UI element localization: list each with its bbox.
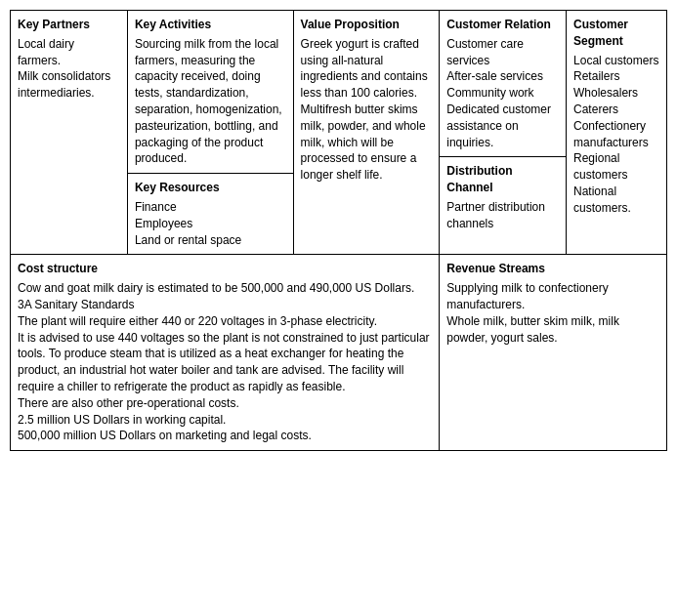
key-resources-content: FinanceEmployeesLand or rental space [135, 200, 241, 247]
customer-relation-top: Customer Relation Customer care services… [440, 11, 566, 157]
cost-structure-content: Cow and goat milk dairy is estimated to … [18, 281, 430, 442]
key-partners-content: Local dairy farmers.Milk consolidators i… [18, 37, 110, 100]
key-activities-cell: Key Activities Sourcing milk from the lo… [127, 11, 293, 255]
customer-segment-cell: Customer Segment Local customersRetailer… [567, 11, 667, 255]
distribution-channel-content: Partner distribution channels [446, 200, 545, 230]
value-proposition-title: Value Proposition [301, 17, 433, 33]
customer-segment-title: Customer Segment [573, 17, 659, 50]
key-resources-section: Key Resources FinanceEmployeesLand or re… [128, 174, 293, 254]
key-partners-title: Key Partners [18, 17, 120, 33]
customer-relation-cell: Customer Relation Customer care services… [440, 11, 567, 255]
revenue-streams-cell: Revenue Streams Supplying milk to confec… [440, 255, 667, 451]
customer-relation-title: Customer Relation [446, 17, 559, 33]
revenue-streams-title: Revenue Streams [446, 261, 659, 277]
key-activities-title: Key Activities [135, 17, 286, 33]
distribution-channel-title: Distribution Channel [446, 163, 559, 196]
key-activities-content: Sourcing milk from the local farmers, me… [135, 37, 282, 166]
distribution-channel-section: Distribution Channel Partner distributio… [440, 157, 566, 237]
customer-relation-content: Customer care servicesAfter-sale service… [446, 37, 551, 149]
key-partners-cell: Key Partners Local dairy farmers.Milk co… [11, 11, 128, 255]
value-proposition-content: Greek yogurt is crafted using all-natura… [301, 37, 428, 182]
customer-segment-content: Local customersRetailersWholesalersCater… [573, 54, 658, 215]
value-proposition-cell: Value Proposition Greek yogurt is crafte… [293, 11, 440, 255]
revenue-streams-content: Supplying milk to confectionery manufact… [446, 281, 619, 344]
cost-structure-cell: Cost structure Cow and goat milk dairy i… [11, 255, 440, 451]
cost-structure-title: Cost structure [18, 261, 432, 277]
key-activities-top: Key Activities Sourcing milk from the lo… [128, 11, 293, 174]
key-resources-title: Key Resources [135, 180, 286, 196]
